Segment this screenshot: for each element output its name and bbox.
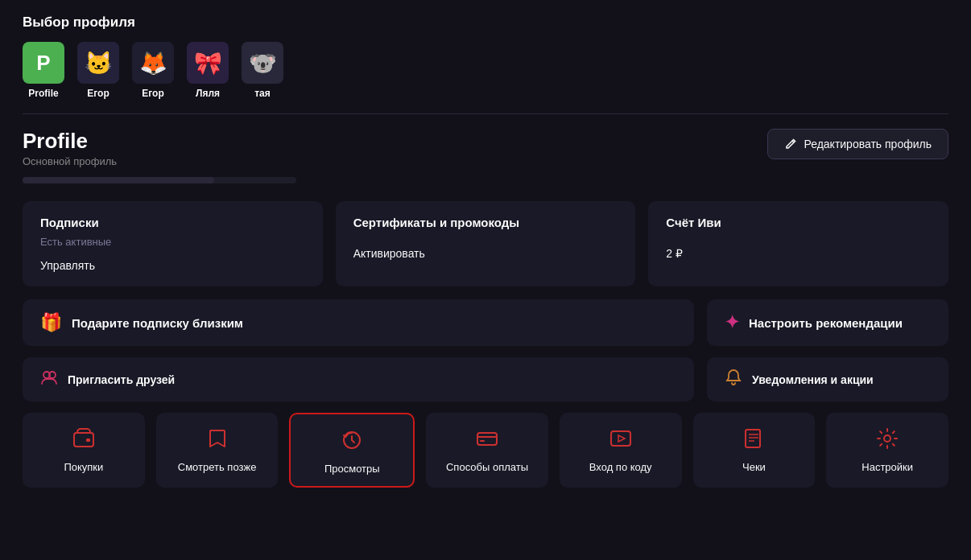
svg-rect-11 — [86, 439, 90, 442]
star-icon: ✦ — [725, 312, 739, 333]
avatar-label-taya: тая — [254, 88, 271, 99]
subscriptions-action[interactable]: Управлять — [40, 259, 305, 272]
card-icon — [476, 427, 498, 453]
profile-name-block: Profile Основной профиль — [23, 129, 117, 167]
avatar-egor2[interactable]: 🦊 Егор — [132, 42, 174, 99]
subscriptions-title: Подписки — [40, 216, 305, 229]
settings-card[interactable]: Настройки — [826, 413, 948, 488]
svg-text:🐨: 🐨 — [249, 50, 277, 76]
bell-icon — [725, 369, 742, 390]
settings-label: Настройки — [862, 461, 913, 473]
account-title: Счёт Иви — [666, 216, 931, 229]
subscriptions-sub: Есть активные — [40, 236, 305, 248]
receipts-label: Чеки — [742, 461, 766, 473]
svg-rect-18 — [746, 430, 760, 447]
svg-text:🦊: 🦊 — [139, 50, 167, 76]
svg-marker-17 — [618, 435, 625, 442]
profile-selector-title: Выбор профиля — [23, 14, 948, 31]
watchlater-card[interactable]: Смотреть позже — [156, 413, 279, 488]
account-card[interactable]: Счёт Иви 2 ₽ — [648, 201, 948, 286]
profile-main-name: Profile — [23, 129, 117, 154]
notifications-button[interactable]: Уведомления и акции — [707, 357, 948, 401]
gift-icon: 🎁 — [40, 312, 62, 333]
notifications-label: Уведомления и акции — [752, 373, 874, 386]
profile-avatars-row: P Profile 🐱 Егор 🦊 Егор 🎀 Ляля � — [23, 42, 948, 114]
subscriptions-card[interactable]: Подписки Есть активные Управлять — [23, 201, 323, 286]
svg-rect-10 — [74, 433, 93, 447]
wallet-icon — [72, 427, 95, 453]
certificates-action[interactable]: Активировать — [353, 247, 618, 260]
invite-row: Пригласить друзей Уведомления и акции — [23, 357, 948, 401]
avatar-img-lala: 🎀 — [187, 42, 229, 84]
svg-text:🐱: 🐱 — [85, 50, 113, 76]
invite-icon — [40, 369, 58, 390]
avatar-img-egor2: 🦊 — [132, 42, 174, 84]
avatar-img-taya: 🐨 — [242, 42, 283, 84]
avatar-egor1[interactable]: 🐱 Егор — [77, 42, 119, 99]
avatar-label-lala: Ляля — [196, 88, 220, 99]
invite-label: Пригласить друзей — [68, 373, 175, 386]
edit-profile-btn-label: Редактировать профиль — [804, 138, 932, 150]
action-buttons-row: 🎁 Подарите подписку близким ✦ Настроить … — [23, 299, 948, 346]
cards-row: Подписки Есть активные Управлять Сертифи… — [23, 201, 948, 286]
history-label: Просмотры — [324, 463, 380, 475]
avatar-label-egor2: Егор — [142, 88, 164, 99]
certificates-title: Сертификаты и промокоды — [353, 216, 618, 229]
profile-progress-bar — [23, 177, 296, 183]
gear-icon — [876, 427, 899, 453]
avatar-img-profile: P — [23, 42, 64, 84]
avatar-img-egor1: 🐱 — [77, 42, 119, 84]
codeinput-card[interactable]: Вход по коду — [560, 413, 682, 488]
avatar-profile[interactable]: P Profile — [23, 42, 64, 99]
pencil-icon — [784, 138, 797, 150]
codeinput-label: Вход по коду — [589, 461, 652, 473]
svg-text:🎀: 🎀 — [194, 50, 222, 76]
watchlater-label: Смотреть позже — [178, 461, 257, 473]
main-profile-row: Profile Основной профиль Редактировать п… — [23, 129, 948, 167]
play-icon — [609, 427, 632, 453]
payment-label: Способы оплаты — [446, 461, 528, 473]
recommendations-label: Настроить рекомендации — [749, 316, 903, 330]
bookmark-icon — [206, 427, 229, 453]
avatar-taya[interactable]: 🐨 тая — [242, 42, 283, 99]
svg-point-22 — [884, 435, 890, 442]
gift-subscription-button[interactable]: 🎁 Подарите подписку близким — [23, 299, 694, 346]
svg-rect-16 — [611, 431, 630, 446]
bottom-cards-row: Покупки Смотреть позже Просмотры — [23, 413, 948, 488]
receipt-icon — [742, 427, 765, 453]
history-card[interactable]: Просмотры — [289, 413, 415, 488]
purchases-label: Покупки — [64, 461, 103, 473]
svg-rect-13 — [477, 433, 497, 445]
purchases-card[interactable]: Покупки — [23, 413, 145, 488]
avatar-label-egor1: Егор — [87, 88, 109, 99]
edit-profile-button[interactable]: Редактировать профиль — [767, 129, 948, 159]
history-icon — [341, 429, 363, 455]
avatar-label-profile: Profile — [28, 88, 58, 99]
avatar-lala[interactable]: 🎀 Ляля — [187, 42, 229, 99]
payment-card[interactable]: Способы оплаты — [426, 413, 548, 488]
gift-label: Подарите подписку близким — [72, 316, 243, 330]
profile-sub-label: Основной профиль — [23, 155, 117, 167]
invite-friends-button[interactable]: Пригласить друзей — [23, 357, 694, 401]
account-action: 2 ₽ — [666, 247, 931, 260]
svg-rect-15 — [480, 440, 485, 442]
progress-bar-fill — [23, 177, 214, 183]
recommendations-button[interactable]: ✦ Настроить рекомендации — [707, 299, 948, 346]
certificates-card[interactable]: Сертификаты и промокоды Активировать — [336, 201, 636, 286]
receipts-card[interactable]: Чеки — [693, 413, 816, 488]
